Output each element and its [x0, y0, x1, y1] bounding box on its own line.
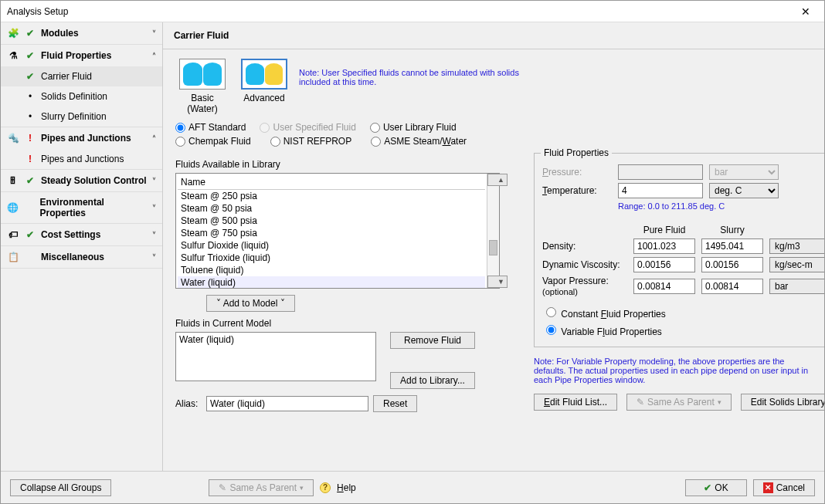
check-icon: ✔ — [704, 482, 711, 493]
dot-icon: • — [24, 90, 36, 103]
density-pure-input[interactable] — [633, 238, 695, 254]
sidebar-group-label: Cost Settings — [41, 229, 100, 240]
alias-input[interactable] — [206, 396, 368, 411]
list-item[interactable]: Steam @ 750 psia — [178, 227, 485, 239]
vapor-label: Vapor Pressure:(optional) — [542, 276, 627, 297]
viscosity-label: Dynamic Viscosity: — [542, 259, 627, 270]
alias-label: Alias: — [175, 398, 202, 409]
chevron-down-icon: ▾ — [718, 398, 721, 406]
list-item[interactable]: Toluene (liquid) — [178, 264, 485, 276]
radio-constant-props[interactable]: Constant Fluid Properties — [542, 309, 666, 320]
temperature-input[interactable] — [618, 183, 703, 198]
vapor-slurry-input[interactable] — [701, 279, 763, 294]
temperature-unit-select[interactable]: deg. C — [709, 183, 779, 198]
add-to-library-button[interactable]: Add to Library... — [390, 372, 475, 389]
list-item[interactable]: Sulfur Dioxide (liquid) — [178, 239, 485, 252]
sidebar-group-misc[interactable]: 📋 Miscellaneous ˅ — [1, 246, 162, 268]
scroll-up-icon[interactable]: ▲ — [487, 174, 508, 186]
mode-basic-button[interactable]: Basic (Water) — [175, 59, 229, 114]
globe-icon: 🌐 — [7, 201, 19, 214]
chevron-down-icon: ˅ — [152, 253, 156, 262]
list-item[interactable]: Sulfur Trioxide (liquid) — [178, 252, 485, 264]
ok-button[interactable]: ✔ OK — [685, 479, 747, 496]
sidebar-item-slurry[interactable]: • Slurry Definition — [1, 107, 162, 127]
x-icon: ✕ — [763, 482, 773, 493]
radio-nist[interactable]: NIST REFPROP — [270, 136, 351, 147]
check-icon: ✔ — [24, 49, 36, 62]
density-slurry-input[interactable] — [701, 238, 763, 254]
radio-user-library[interactable]: User Library Fluid — [370, 122, 457, 133]
list-item[interactable]: Steam @ 500 psia — [178, 215, 485, 227]
check-icon: ✔ — [24, 70, 36, 83]
density-unit-select[interactable]: kg/m3 — [769, 238, 824, 254]
scroll-down-icon[interactable]: ▼ — [487, 276, 508, 288]
chevron-down-icon: ˅ — [152, 177, 156, 185]
edit-icon: ✎ — [219, 482, 226, 493]
sidebar-group-label: Modules — [41, 28, 79, 39]
check-icon: ✔ — [24, 174, 36, 187]
list-item[interactable]: Water (liquid) — [178, 276, 485, 288]
viscosity-pure-input[interactable] — [633, 257, 695, 272]
check-icon: ✔ — [24, 27, 36, 39]
reset-button[interactable]: Reset — [373, 395, 417, 412]
remove-fluid-button[interactable]: Remove Fluid — [390, 332, 475, 349]
mode-basic-label: Basic (Water) — [175, 93, 229, 114]
scroll-thumb[interactable] — [489, 240, 497, 255]
list-item[interactable]: Steam @ 50 psia — [178, 202, 485, 215]
pressure-input — [618, 164, 703, 180]
sidebar-item-label: Pipes and Junctions — [41, 154, 124, 164]
sidebar-group-env[interactable]: 🌐 Environmental Properties ˅ — [1, 192, 162, 223]
sidebar-item-label: Carrier Fluid — [41, 71, 92, 82]
radio-asme[interactable]: ASME Steam/Water — [371, 136, 467, 147]
radio-variable-props[interactable]: Variable Fluid Properties — [542, 326, 662, 337]
scrollbar[interactable]: ▲ ▼ — [487, 174, 499, 288]
sliders-icon: 🎚 — [7, 174, 19, 187]
radio-aft-standard[interactable]: AFT Standard — [175, 122, 246, 133]
chevron-down-icon: ˅ — [152, 29, 156, 38]
list-column-header[interactable]: Name — [178, 175, 485, 190]
viscosity-slurry-input[interactable] — [701, 257, 763, 272]
chevron-up-icon: ˄ — [152, 134, 156, 143]
edit-fluid-list-button[interactable]: Edit Fluid List... — [534, 394, 617, 411]
edit-solids-library-button[interactable]: Edit Solids Library... — [741, 394, 824, 411]
add-to-model-button[interactable]: ˅ Add to Model ˅ — [206, 295, 295, 312]
sidebar-group-modules[interactable]: 🧩 ✔ Modules ˅ — [1, 22, 162, 44]
flask-icon: ⚗ — [7, 49, 19, 62]
sidebar-item-pipes[interactable]: ! Pipes and Junctions — [1, 149, 162, 169]
sidebar-group-label: Steady Solution Control — [41, 175, 147, 186]
pipe-icon: 🔩 — [7, 132, 19, 144]
cancel-button[interactable]: ✕ Cancel — [753, 479, 815, 496]
fluids-in-model-list[interactable]: Water (liquid) — [175, 332, 376, 381]
sidebar-item-carrier-fluid[interactable]: ✔ Carrier Fluid — [1, 66, 162, 86]
vapor-pure-input[interactable] — [633, 279, 695, 294]
variable-props-note: Note: For Variable Property modeling, th… — [534, 357, 812, 384]
fluids-available-list[interactable]: Name Steam @ 250 psia Steam @ 50 psia St… — [175, 173, 500, 289]
flag-icon: ! — [24, 132, 36, 144]
radio-chempak[interactable]: Chempak Fluid — [175, 136, 251, 147]
density-label: Density: — [542, 241, 627, 252]
tag-icon: 🏷 — [7, 228, 19, 241]
list-item[interactable]: Steam @ 250 psia — [178, 190, 485, 202]
help-icon[interactable]: ? — [320, 482, 331, 493]
group-legend: Fluid Properties — [541, 147, 612, 158]
chevron-down-icon: ˅ — [152, 204, 156, 212]
sidebar-group-pipes[interactable]: 🔩 ! Pipes and Junctions ˄ — [1, 127, 162, 149]
sidebar-group-fluid[interactable]: ⚗ ✔ Fluid Properties ˄ — [1, 45, 162, 66]
vapor-unit-select[interactable]: bar — [769, 279, 824, 294]
sidebar-group-label: Environmental Properties — [40, 197, 148, 218]
sidebar-item-solids[interactable]: • Solids Definition — [1, 86, 162, 107]
model-fluid-item[interactable]: Water (liquid) — [179, 334, 372, 345]
fluids-in-model-label: Fluids in Current Model — [175, 318, 500, 329]
close-icon[interactable]: ✕ — [793, 5, 818, 18]
sidebar-group-label: Miscellaneous — [41, 252, 104, 262]
help-link[interactable]: Help — [337, 482, 356, 493]
blank-icon — [24, 251, 36, 263]
radio-user-specified: User Specified Fluid — [260, 122, 355, 133]
mode-advanced-button[interactable]: Advanced — [237, 59, 291, 103]
blank-icon — [23, 201, 35, 214]
sidebar-group-label: Pipes and Junctions — [41, 133, 131, 144]
viscosity-unit-select[interactable]: kg/sec-m — [769, 257, 824, 272]
collapse-all-button[interactable]: Collapse All Groups — [10, 479, 111, 496]
sidebar-group-cost[interactable]: 🏷 ✔ Cost Settings ˅ — [1, 224, 162, 245]
sidebar-group-steady[interactable]: 🎚 ✔ Steady Solution Control ˅ — [1, 170, 162, 191]
